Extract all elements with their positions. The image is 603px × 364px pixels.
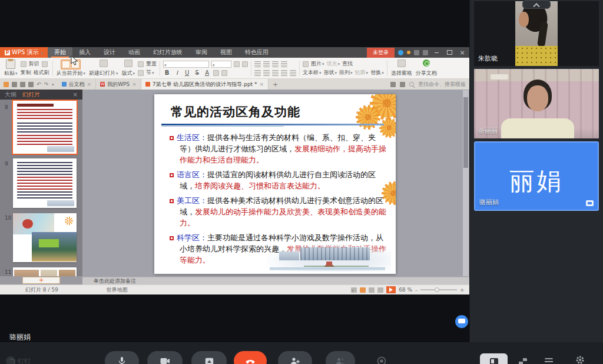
indent-increase-icon[interactable] <box>281 61 287 67</box>
align-left-icon[interactable] <box>254 70 261 76</box>
section-button[interactable]: 节 <box>146 69 154 77</box>
doc-tab-mywps[interactable]: 我的WPS × <box>96 79 141 90</box>
hang-up-button[interactable] <box>234 351 267 364</box>
new-tab-button[interactable]: + <box>269 79 282 90</box>
customize-toolbar-icon[interactable] <box>51 81 54 87</box>
scroll-up-icon[interactable] <box>464 91 468 95</box>
window-icon[interactable] <box>390 82 396 87</box>
arrange-button[interactable]: 排列 <box>339 69 353 77</box>
tab-view[interactable]: 视图 <box>214 47 238 58</box>
line-spacing-icon[interactable] <box>281 70 287 76</box>
tab-home[interactable]: 开始 <box>48 47 72 58</box>
picture-button[interactable]: 图片 <box>311 60 324 68</box>
minimize-button[interactable] <box>432 48 441 57</box>
find-button[interactable]: 查找 <box>342 60 353 68</box>
slide-thumbnail-10[interactable] <box>13 213 77 262</box>
normal-view-icon[interactable] <box>351 287 357 293</box>
camera-button[interactable] <box>147 351 183 364</box>
zoom-out-button[interactable]: - <box>415 287 418 293</box>
video-tile-1[interactable]: 朱歆晓 <box>474 1 599 66</box>
cut-button[interactable]: 剪切 <box>29 60 39 68</box>
reset-button[interactable]: 重置 <box>146 60 157 68</box>
number-list-icon[interactable] <box>263 61 270 67</box>
bold-button[interactable]: B <box>163 70 171 76</box>
notes-area[interactable]: 单击此处添加备注 <box>82 277 469 284</box>
close-tab-icon[interactable]: × <box>132 81 137 87</box>
save-icon[interactable] <box>12 82 17 87</box>
shrink-font-icon[interactable] <box>242 61 248 67</box>
close-button[interactable] <box>458 48 467 57</box>
canvas-scrollbar[interactable] <box>463 90 469 276</box>
align-center-icon[interactable] <box>263 70 270 76</box>
tab-review[interactable]: 审阅 <box>189 47 214 58</box>
layout-button[interactable]: 版式 <box>120 59 137 78</box>
login-button[interactable]: 未登录 <box>367 48 395 58</box>
zoom-slider-knob[interactable] <box>435 287 439 292</box>
tab-special-features[interactable]: 特色应用 <box>238 47 275 58</box>
invite-button[interactable] <box>278 351 312 364</box>
reading-view-icon[interactable] <box>369 287 375 293</box>
skin-icon[interactable] <box>414 50 419 55</box>
add-slide-button[interactable]: + <box>22 277 60 284</box>
italic-button[interactable]: I <box>173 70 181 76</box>
text-box-button[interactable]: 文本框 <box>303 69 322 77</box>
slideshow-play-button[interactable] <box>386 286 396 293</box>
shape-button[interactable]: 形状 <box>324 69 337 77</box>
close-tab-icon[interactable]: × <box>260 81 264 87</box>
font-family-select[interactable] <box>163 61 209 68</box>
settings-button[interactable] <box>575 355 586 364</box>
tab-slideshow[interactable]: 幻灯片放映 <box>147 47 189 58</box>
slide-8[interactable]: 常见的活动区角及功能 生活区：提供各种与生活有关的材料（编、系、扣、穿、夹等）供… <box>154 94 396 274</box>
replace-button[interactable]: 替换 <box>370 69 384 77</box>
zoom-in-button[interactable]: + <box>460 287 465 293</box>
columns-icon[interactable] <box>290 70 296 76</box>
undo-icon[interactable]: ↶ <box>37 81 41 87</box>
slides-tab[interactable]: 幻灯片 <box>22 91 40 99</box>
scroll-down-icon[interactable] <box>464 272 468 275</box>
notes-view-icon[interactable] <box>377 287 383 293</box>
redo-icon[interactable]: ↷ <box>44 81 49 87</box>
slide-thumbnail-9[interactable] <box>13 158 77 208</box>
wps-app-button[interactable]: WPS 演示 <box>0 47 48 58</box>
record-button[interactable] <box>368 351 395 364</box>
layout-grid-button[interactable] <box>511 353 535 364</box>
grow-font-icon[interactable] <box>234 61 240 67</box>
maximize-button[interactable] <box>445 48 454 57</box>
slide-canvas[interactable]: 常见的活动区角及功能 生活区：提供各种与生活有关的材料（编、系、扣、穿、夹等）供… <box>82 90 469 277</box>
tab-animation[interactable]: 动画 <box>122 47 147 58</box>
format-painter-button[interactable]: 格式刷 <box>34 69 49 77</box>
outline-button[interactable]: 轮廓 <box>355 69 369 77</box>
slide-sorter-icon[interactable] <box>360 287 366 293</box>
fill-button[interactable]: 填充 <box>327 60 340 68</box>
selection-pane-button[interactable]: 选择窗格 <box>389 59 414 78</box>
chat-bubble-button[interactable] <box>455 315 468 328</box>
assistant-icon[interactable] <box>400 82 405 87</box>
align-right-icon[interactable] <box>272 70 279 76</box>
font-size-select[interactable] <box>211 61 231 68</box>
help-icon[interactable] <box>423 50 428 55</box>
outline-tab[interactable]: 大纲 <box>5 91 16 99</box>
tab-design[interactable]: 设计 <box>97 47 122 58</box>
close-tab-icon[interactable]: × <box>87 81 92 87</box>
zoom-slider[interactable] <box>420 289 457 290</box>
print-icon[interactable] <box>20 82 25 87</box>
video-tile-3[interactable]: 丽娟 骆丽娟 <box>474 141 599 211</box>
mute-button[interactable] <box>105 351 139 364</box>
underline-button[interactable]: U <box>183 70 191 76</box>
share-doc-button[interactable]: 分享文档 <box>414 59 439 78</box>
doc-tab-presentation[interactable]: 7第七章 幼儿园区角活动的设计与指导.ppt * × <box>141 79 269 90</box>
members-button[interactable] <box>326 351 355 364</box>
slide-thumbnail-11[interactable] <box>13 267 77 276</box>
layout-sidebar-button[interactable] <box>480 353 508 364</box>
strikethrough-button[interactable]: S <box>193 70 201 76</box>
slide-thumbnail-8[interactable] <box>13 101 77 154</box>
layout-list-button[interactable] <box>537 353 561 364</box>
font-color-button[interactable]: A <box>203 70 211 76</box>
paste-button[interactable]: 粘贴 <box>2 59 19 78</box>
superscript-icon[interactable] <box>213 70 219 76</box>
bullet-list-icon[interactable] <box>254 61 261 67</box>
command-search[interactable]: 查找命令、搜索模板 <box>390 79 469 90</box>
close-panel-icon[interactable]: × <box>73 91 78 98</box>
subscript-icon[interactable] <box>221 70 227 76</box>
scrollbar-thumb[interactable] <box>463 97 468 168</box>
